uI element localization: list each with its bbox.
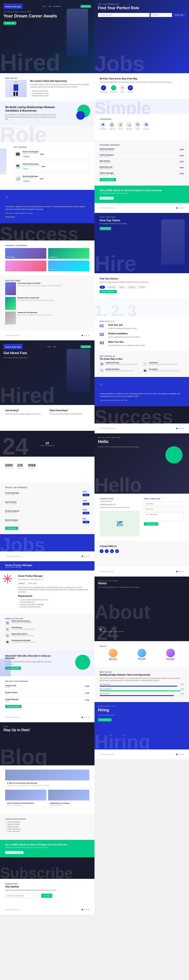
dot-11[interactable]	[86, 717, 87, 718]
filter-design[interactable]: Design	[118, 286, 126, 289]
resource-1[interactable]: Resume Templates	[5, 821, 89, 823]
dot-12[interactable]	[88, 717, 89, 718]
dot-r6[interactable]	[178, 428, 180, 429]
category-card-1[interactable]: Technology	[5, 248, 46, 259]
contact-message-input[interactable]	[144, 512, 184, 521]
social-facebook[interactable]: f	[100, 549, 104, 553]
ebook-btn-left[interactable]: Download Free eBook	[5, 851, 24, 854]
job-row-3[interactable]: DevOps Engineer Microsoft · Redmond $105…	[5, 507, 89, 516]
featured-row-5[interactable]: Finance Manager Goldman Sachs · New York…	[100, 171, 184, 177]
dot-3[interactable]	[86, 335, 87, 336]
apply-btn-1[interactable]: Apply	[83, 494, 89, 496]
filter-marketing[interactable]: Marketing	[127, 286, 137, 289]
resource-5[interactable]: Cover Letter Guide	[5, 830, 89, 832]
hire-post-btn[interactable]: Post a Job	[100, 227, 111, 230]
cat-marketing[interactable]: 📊 Marketing	[126, 122, 132, 130]
contact-submit-btn[interactable]: Send Message	[144, 522, 158, 525]
dot-r10[interactable]	[178, 571, 180, 572]
dot-r3[interactable]	[180, 207, 182, 208]
related-job-1[interactable]: Product Lead Dropbox $130k	[5, 683, 89, 690]
view-related-btn[interactable]: View All Openings	[5, 705, 22, 708]
dot-1[interactable]	[82, 335, 83, 336]
blog-card-2[interactable]: How to Write the Perfect Resume Stand ou…	[5, 790, 46, 808]
location-input[interactable]	[151, 13, 172, 17]
featured-row-2[interactable]: Product Designer Apple · Cupertino $120k	[100, 153, 184, 159]
listing-item-2[interactable]: 💻 Frontend Developer Apple Inc. · San Fr…	[14, 161, 89, 172]
dot-r2[interactable]	[178, 207, 180, 208]
contact-email-input[interactable]	[144, 507, 184, 511]
dot-r8[interactable]	[183, 428, 184, 429]
filter-finance[interactable]: Finance	[138, 286, 146, 289]
dot-r15[interactable]	[180, 754, 182, 755]
dot-r16[interactable]	[183, 754, 184, 755]
job-search-input[interactable]	[98, 13, 150, 17]
explore-btn[interactable]: Explore Jobs	[3, 22, 16, 25]
dot-r4[interactable]	[183, 207, 184, 208]
search-candidates-btn[interactable]: Search Candidates	[100, 290, 117, 293]
subscribe-submit-btn[interactable]: Subscribe	[41, 894, 52, 898]
resource-4[interactable]: Career Assessment	[5, 828, 89, 830]
dot-6[interactable]	[84, 556, 85, 557]
filter-tech[interactable]: Technology	[106, 286, 117, 289]
subscribe-email-input[interactable]	[5, 894, 39, 898]
apply-btn-4[interactable]: Apply	[83, 521, 89, 523]
listing-item-3[interactable]: 📊 Marketing Manager Meta · Los Angeles, …	[14, 173, 89, 184]
ebook-btn-right[interactable]: Get Free eBook	[100, 197, 113, 200]
contact-name-input[interactable]	[144, 502, 184, 506]
dot-r1[interactable]	[176, 207, 177, 208]
dot-5[interactable]	[82, 556, 83, 557]
resource-2[interactable]: Interview Checklist	[5, 823, 89, 826]
dot-4[interactable]	[88, 335, 89, 336]
social-instagram[interactable]: ig	[115, 549, 119, 553]
dot-16[interactable]	[88, 909, 89, 910]
social-twitter[interactable]: t	[105, 549, 109, 553]
featured-row-3[interactable]: Data Analyst Meta · Menlo Park $110k	[100, 159, 184, 165]
dot-15[interactable]	[86, 909, 87, 910]
category-card-4[interactable]: Marketing	[48, 261, 89, 271]
job-row-4[interactable]: Brand Designer Airbnb · San Francisco $9…	[5, 516, 89, 525]
dot-r7[interactable]	[180, 428, 182, 429]
dot-13[interactable]	[82, 909, 83, 910]
view-all-jobs-btn[interactable]: View All Jobs	[5, 527, 18, 530]
category-card-3[interactable]: Finance	[5, 261, 46, 271]
filter-all[interactable]: All	[100, 286, 105, 289]
apply-btn-2[interactable]: Apply	[83, 503, 89, 505]
blog-card-1[interactable]: 5 Tips for a Successful Job Interview Pr…	[5, 770, 89, 788]
view-featured-btn[interactable]: View All Openings	[100, 178, 116, 181]
blog-card-3[interactable]: Negotiating Your Salary Get what you des…	[48, 790, 89, 808]
dot-r9[interactable]	[176, 571, 177, 572]
cat-tech[interactable]: 💻 Technology	[100, 122, 106, 130]
job-row-2[interactable]: Data Scientist Netflix · Los Angeles $12…	[5, 498, 89, 507]
job-detail-header: Senior Product Manager Senior Product Ma…	[0, 561, 94, 571]
resource-3[interactable]: Salary Calculator	[5, 826, 89, 828]
dot-14[interactable]	[84, 909, 85, 910]
featured-row-1[interactable]: Software Engineer Google · Mountain View…	[100, 146, 184, 153]
dot-r11[interactable]	[180, 571, 182, 572]
cat-icons-row: 💻 Technology 🏥 Healthcare 💰 Finance 📊 Ma…	[100, 122, 184, 130]
see-openings-btn[interactable]: See Openings	[98, 718, 112, 721]
cat-design[interactable]: 🎨 Design	[135, 122, 141, 130]
related-job-2[interactable]: Product Owner Slack $115k	[5, 690, 89, 697]
cat-health[interactable]: 🏥 Healthcare	[109, 122, 115, 130]
featured-row-4[interactable]: Marketing Lead Twitter · San Francisco $…	[100, 165, 184, 171]
cat-education[interactable]: 📚 Education	[143, 122, 149, 130]
job-row-1[interactable]: Product Manager Amazon · Seattle $110k A…	[5, 489, 89, 498]
dot-10[interactable]	[84, 717, 85, 718]
social-linkedin[interactable]: in	[110, 549, 114, 553]
post-job-btn-2[interactable]: Post a Job	[80, 345, 91, 348]
dot-r5[interactable]	[176, 428, 177, 429]
dot-r13[interactable]	[176, 754, 177, 755]
apply-btn-3[interactable]: Apply	[83, 512, 89, 514]
search-jobs-btn[interactable]: Search Jobs	[173, 13, 186, 17]
category-card-2[interactable]: Healthcare	[48, 248, 89, 259]
cat-finance[interactable]: 💰 Finance	[118, 122, 123, 130]
dot-7[interactable]	[86, 556, 87, 557]
dot-8[interactable]	[88, 556, 89, 557]
dot-2[interactable]	[84, 335, 85, 336]
dot-r12[interactable]	[183, 571, 184, 572]
dot-r14[interactable]	[178, 754, 180, 755]
post-job-btn[interactable]: Post a Job	[80, 5, 91, 8]
dot-9[interactable]	[82, 717, 83, 718]
listing-item-1[interactable]: 💼 Senior UX Designer Google Inc. · New Y…	[14, 149, 89, 160]
related-job-3[interactable]: Growth Manager Spotify $105k	[5, 697, 89, 703]
